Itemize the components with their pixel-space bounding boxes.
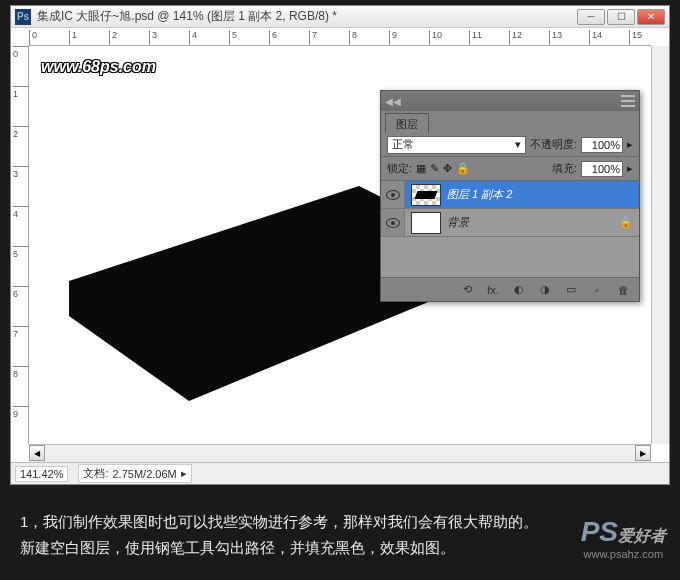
horizontal-ruler: 0123456789101112131415 [29, 28, 651, 46]
blend-mode-select[interactable]: 正常 ▾ [387, 136, 526, 154]
site-logo: PS爱好者 www.psahz.com [581, 516, 666, 560]
tutorial-caption: 1，我们制作效果图时也可以找些实物进行参考，那样对我们会有很大帮助的。 新建空白… [20, 509, 560, 560]
logo-url: www.psahz.com [581, 548, 666, 560]
lock-all-icon[interactable]: 🔒 [456, 162, 470, 175]
zoom-field[interactable]: 141.42% [15, 466, 68, 482]
layer-thumbnail[interactable] [411, 212, 441, 234]
new-layer-icon[interactable]: ▫ [589, 282, 605, 298]
lock-position-icon[interactable]: ✥ [443, 162, 452, 175]
scroll-left-icon[interactable]: ◀ [29, 445, 45, 461]
layer-list: 图层 1 副本 2 背景 🔒 [381, 181, 639, 277]
layer-row[interactable]: 图层 1 副本 2 [381, 181, 639, 209]
lock-fill-row: 锁定: ▦ ✎ ✥ 🔒 填充: 100% ▸ [381, 157, 639, 181]
logo-badge: PS爱好者 [581, 516, 666, 548]
mask-icon[interactable]: ◐ [511, 282, 527, 298]
window-controls: ─ ☐ ✕ [577, 9, 665, 25]
panel-footer: ⟲ fx. ◐ ◑ ▭ ▫ 🗑 [381, 277, 639, 301]
chevron-down-icon: ▾ [515, 138, 521, 151]
titlebar[interactable]: Ps 集成IC 大眼仔~旭.psd @ 141% (图层 1 副本 2, RGB… [11, 6, 669, 28]
opacity-input[interactable]: 100% [581, 137, 623, 153]
tab-layers[interactable]: 图层 [385, 113, 429, 133]
opacity-chevron-icon[interactable]: ▸ [627, 138, 633, 151]
scroll-right-icon[interactable]: ▶ [635, 445, 651, 461]
visibility-toggle[interactable] [381, 209, 405, 236]
lock-icon: 🔒 [619, 216, 633, 229]
lock-pixels-icon[interactable]: ✎ [430, 162, 439, 175]
blend-mode-value: 正常 [392, 137, 414, 152]
horizontal-scrollbar[interactable]: ◀ ▶ [29, 444, 651, 462]
maximize-button[interactable]: ☐ [607, 9, 635, 25]
panel-header[interactable]: ◀◀ [381, 91, 639, 111]
group-icon[interactable]: ▭ [563, 282, 579, 298]
vertical-ruler: 0123456789 [11, 46, 29, 444]
eye-icon [386, 218, 400, 228]
close-button[interactable]: ✕ [637, 9, 665, 25]
app-icon: Ps [15, 9, 31, 25]
statusbar: 141.42% 文档: 2.75M/2.06M ▸ [11, 462, 669, 484]
doc-size: 2.75M/2.06M [113, 468, 177, 480]
minimize-button[interactable]: ─ [577, 9, 605, 25]
fill-chevron-icon[interactable]: ▸ [627, 162, 633, 175]
layer-name[interactable]: 图层 1 副本 2 [447, 187, 512, 202]
vertical-scrollbar[interactable] [651, 46, 669, 444]
eye-icon [386, 190, 400, 200]
layer-row[interactable]: 背景 🔒 [381, 209, 639, 237]
panel-menu-icon[interactable] [621, 95, 635, 107]
layer-name[interactable]: 背景 [447, 215, 469, 230]
trash-icon[interactable]: 🗑 [615, 282, 631, 298]
fill-input[interactable]: 100% [581, 161, 623, 177]
layer-list-empty [381, 237, 639, 277]
lock-transparency-icon[interactable]: ▦ [416, 162, 426, 175]
lock-label: 锁定: [387, 161, 412, 176]
window-title: 集成IC 大眼仔~旭.psd @ 141% (图层 1 副本 2, RGB/8)… [37, 8, 577, 25]
chevron-right-icon[interactable]: ▸ [181, 467, 187, 480]
blend-opacity-row: 正常 ▾ 不透明度: 100% ▸ [381, 133, 639, 157]
layers-panel[interactable]: ◀◀ 图层 正常 ▾ 不透明度: 100% ▸ 锁定: ▦ ✎ ✥ 🔒 填充: … [380, 90, 640, 302]
lock-icons: ▦ ✎ ✥ 🔒 [416, 162, 470, 175]
fill-label: 填充: [552, 161, 577, 176]
layer-thumbnail[interactable] [411, 184, 441, 206]
doc-size-field: 文档: 2.75M/2.06M ▸ [78, 464, 191, 483]
collapse-icon[interactable]: ◀◀ [385, 96, 401, 107]
visibility-toggle[interactable] [381, 181, 405, 208]
opacity-label: 不透明度: [530, 137, 577, 152]
link-layers-icon[interactable]: ⟲ [459, 282, 475, 298]
fx-icon[interactable]: fx. [485, 282, 501, 298]
watermark-text: www.68ps.com [41, 58, 156, 76]
caption-line-2: 新建空白图层，使用钢笔工具勾出路径，并填充黑色，效果如图。 [20, 535, 560, 561]
panel-tabs: 图层 [381, 111, 639, 133]
doc-label: 文档: [83, 466, 108, 481]
adjustment-icon[interactable]: ◑ [537, 282, 553, 298]
caption-line-1: 1，我们制作效果图时也可以找些实物进行参考，那样对我们会有很大帮助的。 [20, 509, 560, 535]
